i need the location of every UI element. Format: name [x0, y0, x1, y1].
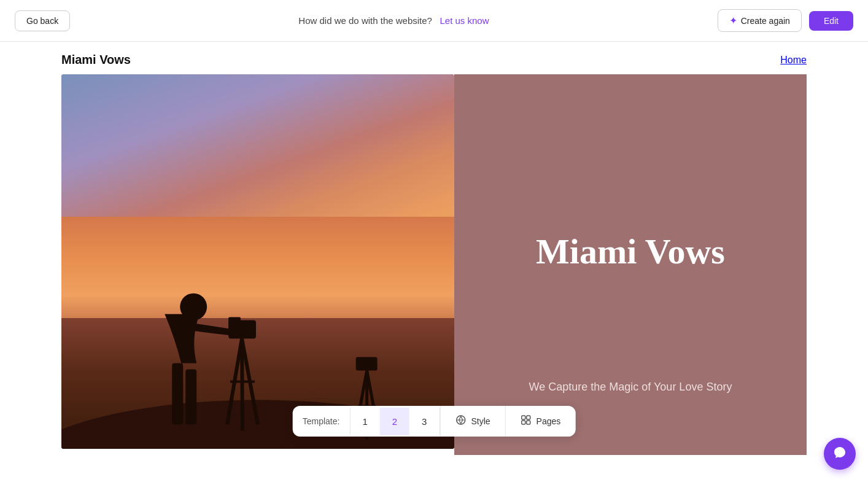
- svg-rect-19: [522, 421, 525, 424]
- hero-subtitle: We Capture the Magic of Your Love Story: [529, 381, 732, 394]
- sparkle-icon: ✦: [729, 15, 737, 26]
- topbar-right: ✦ Create again Edit: [718, 9, 853, 32]
- template-section: Template: 1 2 3: [293, 408, 440, 435]
- topbar-center: How did we do with the website? Let us k…: [70, 15, 718, 26]
- svg-rect-18: [527, 416, 530, 419]
- site-title: Miami Vows: [61, 53, 131, 67]
- pages-icon: [521, 414, 532, 428]
- main-content: Miami Vows We Capture the Magic of Your …: [61, 74, 807, 455]
- template-option-1[interactable]: 1: [350, 408, 379, 435]
- hero-panel: Miami Vows We Capture the Magic of Your …: [454, 74, 807, 455]
- svg-rect-10: [356, 357, 378, 370]
- create-again-label: Create again: [741, 16, 790, 26]
- hero-image: [61, 74, 454, 449]
- pages-label: Pages: [537, 416, 561, 426]
- style-button[interactable]: Style: [440, 406, 505, 437]
- template-label: Template:: [293, 408, 351, 435]
- topbar: Go back How did we do with the website? …: [0, 0, 868, 42]
- site-nav: Home: [780, 55, 807, 66]
- bottom-toolbar: Template: 1 2 3 Style: [293, 406, 576, 437]
- svg-point-3: [180, 293, 207, 320]
- template-option-3[interactable]: 3: [409, 408, 439, 435]
- feedback-link[interactable]: Let us know: [440, 15, 489, 26]
- svg-rect-5: [228, 317, 241, 323]
- feedback-text: How did we do with the website?: [298, 15, 432, 26]
- style-icon: [455, 414, 466, 428]
- hero-brand-name: Miami Vows: [536, 231, 725, 273]
- svg-line-7: [242, 338, 242, 430]
- svg-rect-1: [172, 363, 183, 424]
- chat-bubble-button[interactable]: [824, 438, 856, 470]
- style-label: Style: [471, 416, 490, 426]
- sunset-background: [61, 74, 454, 449]
- topbar-left: Go back: [15, 10, 70, 31]
- go-back-button[interactable]: Go back: [15, 10, 70, 31]
- svg-rect-2: [185, 369, 196, 424]
- edit-button[interactable]: Edit: [809, 11, 853, 31]
- svg-rect-20: [527, 421, 530, 424]
- template-option-2[interactable]: 2: [380, 408, 409, 435]
- create-again-button[interactable]: ✦ Create again: [718, 9, 802, 32]
- nav-home-link[interactable]: Home: [780, 55, 807, 65]
- site-header: Miami Vows Home: [0, 42, 868, 74]
- svg-rect-17: [522, 416, 525, 419]
- chat-bubble-icon: [833, 446, 847, 462]
- pages-button[interactable]: Pages: [505, 406, 576, 437]
